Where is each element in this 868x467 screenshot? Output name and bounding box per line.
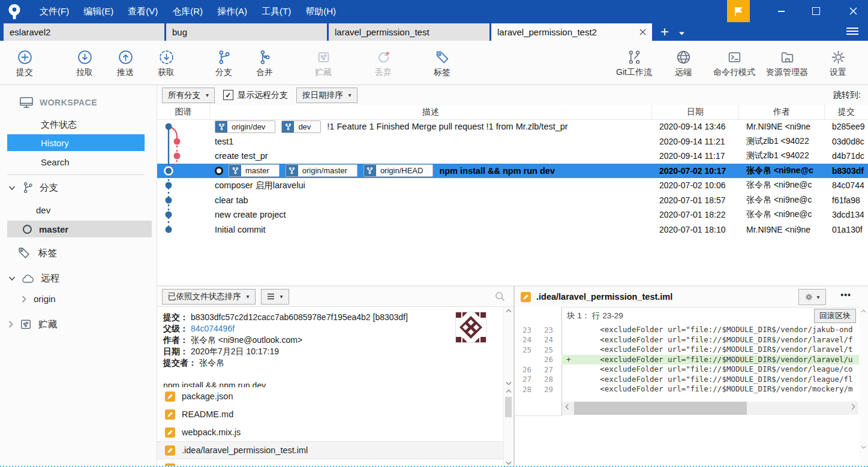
toolbar-tag-button[interactable]: 标签 (423, 43, 461, 83)
menu-item-actions[interactable]: 操作(A) (210, 0, 254, 22)
sidebar-section-tags[interactable]: 标签 (17, 246, 57, 260)
toolbar-pull-button[interactable]: 拉取 (65, 43, 104, 83)
scrollbar-thumb[interactable] (574, 402, 747, 415)
sidebar-item-file-status[interactable]: 文件状态 (41, 116, 77, 133)
commit-row[interactable]: masterorigin/masterorigin/HEADnpm instal… (157, 164, 868, 179)
sidebar-item-dev[interactable]: dev (36, 201, 50, 218)
menu-item-repository[interactable]: 仓库(R) (165, 0, 210, 22)
menu-item-tools[interactable]: 工具(T) (254, 0, 298, 22)
toolbar-remote-button[interactable]: 远端 (662, 43, 705, 83)
menu-item-view[interactable]: 查看(V) (121, 0, 165, 22)
scroll-up-icon[interactable] (506, 389, 512, 393)
repo-tab-laravel-permission-test2[interactable]: laravel_permission_test2 (491, 23, 652, 41)
menu-button[interactable] (846, 26, 858, 37)
column-author[interactable]: 作者 (739, 105, 825, 119)
branch-badge[interactable]: origin/dev (215, 120, 275, 133)
commit-row[interactable]: composer 启用laravelui2020-07-02 10:06张令帛 … (157, 178, 868, 193)
details-scrollbar[interactable] (503, 307, 513, 387)
column-graph[interactable]: 图谱 (157, 105, 210, 119)
menu-item-help[interactable]: 帮助(H) (298, 0, 343, 22)
sidebar-item-search[interactable]: Search (41, 153, 70, 170)
sidebar-item-master[interactable]: master (7, 221, 152, 237)
commit-row[interactable]: origin/devdev!1 Feature 1 Finished Merge… (157, 119, 868, 134)
sidebar-item-origin[interactable]: origin (22, 294, 56, 304)
new-line-number: 29 (536, 385, 561, 394)
close-tab-icon[interactable] (639, 29, 646, 35)
view-mode-dropdown[interactable]: ▾ (261, 289, 289, 305)
repo-tab-laravel-permission-test[interactable]: laravel_permission_test (329, 23, 489, 41)
new-line-number: 26 (536, 355, 561, 364)
show-remote-checkbox[interactable]: ✓ 显示远程分支 (223, 90, 288, 101)
commit-row[interactable]: new create project2020-07-01 18:22张令帛 <n… (157, 207, 868, 222)
file-sort-dropdown[interactable]: 已依照文件状态排序▾ (162, 289, 256, 305)
old-line-number: 27 (515, 375, 536, 384)
column-commit[interactable]: 提交 (825, 105, 868, 119)
column-description[interactable]: 描述 (210, 105, 652, 119)
rollback-hunk-button[interactable]: 回滚区块 (814, 309, 856, 323)
toolbar-fetch-button[interactable]: 获取 (147, 43, 185, 83)
plus-circle-icon (17, 48, 33, 67)
commit-row[interactable]: create test_pr2020-09-14 11:17测试zlb1 <94… (157, 149, 868, 164)
branch-badge[interactable]: origin/HEAD (364, 164, 434, 177)
scroll-down-icon[interactable] (861, 445, 866, 449)
sidebar-section-stash[interactable]: 贮藏 (8, 318, 57, 331)
scroll-down-icon[interactable] (506, 461, 512, 465)
menu-item-file[interactable]: 文件(F) (32, 0, 76, 22)
toolbar-stash-button[interactable]: 贮藏 (304, 43, 343, 83)
tab-list-dropdown[interactable] (678, 31, 685, 36)
commit-hash: b8303df (825, 166, 868, 176)
scrollbar-thumb[interactable] (505, 397, 512, 417)
scroll-up-icon[interactable] (861, 309, 866, 313)
repo-tab-bug[interactable]: bug (166, 23, 327, 41)
scroll-right-icon[interactable] (851, 403, 855, 410)
description-cell: clear tab (210, 195, 652, 205)
changed-file-row[interactable]: .idea/laravel_permission_test.iml (157, 441, 503, 459)
detail-value: b8303dfc57c2d12cacc7ab6085978e7f195ea4b2… (191, 312, 408, 322)
changed-file-row[interactable]: webpack.mix.js (157, 423, 503, 441)
toolbar-branch-button[interactable]: 分支 (205, 43, 243, 83)
commit-row[interactable]: test12020-09-14 11:21测试zlb1 <9402203d0d8… (157, 134, 868, 149)
toolbar-settings-button[interactable]: 设置 (816, 43, 860, 83)
diff-options-button[interactable]: ▾ (798, 289, 826, 305)
scroll-down-icon[interactable] (506, 381, 512, 385)
sidebar-section-branches[interactable]: 分支 (8, 181, 58, 194)
close-button[interactable] (838, 0, 868, 22)
branch-badge[interactable]: dev (281, 120, 321, 133)
sidebar-item-history[interactable]: History (7, 134, 145, 151)
sort-order-dropdown[interactable]: 按日期排序▾ (296, 88, 358, 103)
scroll-up-icon[interactable] (506, 309, 512, 313)
toolbar-explorer-button[interactable]: 资源管理器 (764, 43, 810, 83)
file-list-scrollbar[interactable] (503, 387, 513, 467)
changed-file-row[interactable]: README.md (157, 405, 503, 423)
diff-vscrollbar[interactable] (859, 307, 868, 465)
toolbar-terminal-button[interactable]: 命令行模式 (711, 43, 758, 83)
commit-row[interactable]: clear tab2020-07-01 18:57张令帛 <ni9ne@cf61… (157, 193, 868, 208)
column-date[interactable]: 日期 (652, 105, 739, 119)
commit-row[interactable]: Initial commit2020-07-01 18:10Mr.NI9NE <… (157, 222, 868, 237)
minimize-button[interactable] (766, 0, 796, 22)
menu-item-edit[interactable]: 编辑(E) (76, 0, 121, 22)
diff-line: 2728 <excludeFolder url="file://$MODULE_… (515, 375, 859, 385)
toolbar-merge-button[interactable]: 合并 (245, 43, 284, 83)
arrow-up-circle-icon (118, 48, 134, 67)
sidebar-section-remotes[interactable]: 远程 (8, 272, 59, 285)
diff-hscrollbar[interactable] (562, 402, 858, 415)
commit-author: 张令帛 <ni9ne@c (739, 165, 825, 176)
branch-filter-dropdown[interactable]: 所有分支▾ (162, 88, 215, 103)
repo-tab-eslaravel2[interactable]: eslaravel2 (4, 23, 164, 41)
flag-button[interactable] (727, 0, 750, 22)
more-options-button[interactable]: ••• (840, 290, 851, 300)
branch-badge[interactable]: master (229, 164, 280, 177)
parent-commit-link[interactable]: 84c074496f (191, 324, 235, 333)
branch-badge[interactable]: origin/master (286, 164, 358, 177)
toolbar-gitflow-button[interactable]: Git工作流 (612, 43, 656, 83)
toolbar-discard-button[interactable]: 丢弃 (364, 43, 403, 83)
scroll-left-icon[interactable] (565, 403, 569, 410)
new-line-number: 23 (536, 326, 561, 335)
toolbar-commit-button[interactable]: 提交 (5, 43, 44, 83)
changed-file-row[interactable]: package.json (157, 387, 503, 405)
toolbar-push-button[interactable]: 推送 (106, 43, 145, 83)
search-icon[interactable] (495, 291, 505, 302)
new-tab-button[interactable]: + (660, 24, 669, 40)
maximize-button[interactable] (801, 0, 831, 22)
